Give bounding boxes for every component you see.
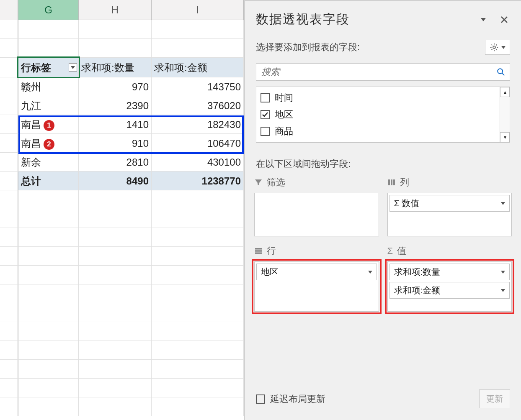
- column-header-h[interactable]: H: [79, 0, 152, 20]
- row-label: 新余: [18, 153, 79, 171]
- field-label: 商品: [275, 125, 293, 138]
- svg-line-2: [502, 73, 505, 76]
- search-input[interactable]: [260, 66, 496, 78]
- checkbox-unchecked[interactable]: [260, 127, 270, 136]
- field-label: 地区: [275, 108, 293, 121]
- checkbox-checked[interactable]: [260, 110, 270, 119]
- qty-header[interactable]: 求和项:数量: [79, 58, 152, 77]
- blank-row[interactable]: [0, 322, 244, 341]
- columns-dropzone[interactable]: Σ 数值: [387, 193, 512, 236]
- svg-rect-5: [393, 179, 395, 185]
- blank-row[interactable]: [0, 20, 244, 39]
- pane-title: 数据透视表字段: [256, 11, 477, 28]
- scroll-down-button[interactable]: ▾: [500, 132, 510, 142]
- row-qty: 910: [79, 134, 152, 152]
- rows-dropzone[interactable]: 地区: [254, 261, 379, 312]
- row-label: 南昌2: [18, 134, 79, 152]
- blank-row[interactable]: [0, 397, 244, 416]
- columns-area-title: 列: [400, 176, 409, 189]
- defer-layout-checkbox[interactable]: 延迟布局更新: [256, 393, 325, 405]
- field-chip-values[interactable]: Σ 数值: [389, 195, 510, 212]
- field-list-scrollbar[interactable]: ▴ ▾: [500, 87, 510, 142]
- checkbox-unchecked[interactable]: [256, 394, 265, 404]
- filters-area-title: 筛选: [267, 176, 285, 189]
- defer-label: 延迟布局更新: [270, 393, 325, 405]
- blank-row[interactable]: [0, 266, 244, 284]
- svg-rect-8: [255, 252, 262, 254]
- column-header-i[interactable]: I: [152, 0, 244, 20]
- field-label: 时间: [275, 92, 293, 104]
- rows-area: 行 地区: [254, 245, 379, 312]
- pane-options-dropdown[interactable]: [477, 14, 489, 26]
- row-amount: 106470: [152, 134, 244, 152]
- field-chip-sumamount[interactable]: 求和项:金额: [389, 282, 510, 299]
- columns-icon: [387, 178, 396, 187]
- chip-label: 求和项:数量: [394, 266, 441, 278]
- field-chip-sumqty[interactable]: 求和项:数量: [389, 264, 510, 280]
- table-row[interactable]: 南昌2 910 106470: [0, 134, 244, 153]
- row-amount: 143750: [152, 77, 244, 96]
- annotation-badge: 1: [44, 120, 54, 131]
- blank-row[interactable]: [0, 284, 244, 303]
- blank-row[interactable]: [0, 39, 244, 58]
- scroll-up-button[interactable]: ▴: [500, 87, 510, 97]
- check-icon: [262, 111, 268, 118]
- amount-header[interactable]: 求和项:金额: [152, 58, 244, 77]
- field-list: 时间 地区 商品 ▴ ▾: [256, 87, 510, 143]
- row-label: 南昌1: [18, 115, 79, 133]
- spreadsheet: G H I 行标签 求和项:数量 求和项:: [0, 0, 244, 420]
- row-labels-filter-button[interactable]: [69, 63, 77, 72]
- total-qty: 8490: [79, 172, 152, 190]
- chevron-down-icon: [481, 18, 486, 21]
- field-chip-region[interactable]: 地区: [256, 264, 377, 280]
- sigma-icon: Σ: [387, 246, 393, 256]
- field-item[interactable]: 时间: [256, 90, 500, 106]
- svg-rect-4: [391, 179, 392, 185]
- column-header-g[interactable]: G: [18, 0, 79, 20]
- row-label: 赣州: [18, 77, 79, 96]
- update-button[interactable]: 更新: [479, 389, 510, 408]
- blank-row[interactable]: [0, 360, 244, 379]
- rows-icon: [254, 247, 263, 255]
- blank-row[interactable]: [0, 190, 244, 209]
- chevron-down-icon: [501, 202, 505, 205]
- blank-row[interactable]: [0, 379, 244, 397]
- checkbox-unchecked[interactable]: [260, 93, 270, 102]
- row-qty: 970: [79, 77, 152, 96]
- blank-row[interactable]: [0, 303, 244, 322]
- rows-area-title: 行: [267, 245, 276, 257]
- values-area: Σ 值 求和项:数量 求和项:金额: [387, 245, 512, 312]
- field-item[interactable]: 商品: [256, 123, 500, 140]
- blank-row[interactable]: [0, 341, 244, 360]
- row-amount: 430100: [152, 153, 244, 171]
- annotation-badge: 2: [44, 139, 54, 150]
- field-search-box[interactable]: [256, 63, 510, 81]
- row-labels-header[interactable]: 行标签: [18, 58, 79, 77]
- blank-row[interactable]: [0, 247, 244, 266]
- drag-areas-label: 在以下区域间拖动字段:: [245, 143, 521, 176]
- table-row[interactable]: 九江 2390 376020: [0, 96, 244, 115]
- row-qty: 2810: [79, 153, 152, 171]
- table-row[interactable]: 南昌1 1410 182430: [0, 115, 244, 134]
- filters-area: 筛选: [254, 176, 379, 236]
- values-area-title: 值: [397, 245, 406, 257]
- row-qty: 1410: [79, 115, 152, 133]
- total-label: 总计: [18, 172, 79, 190]
- field-item[interactable]: 地区: [256, 106, 500, 123]
- row-amount: 376020: [152, 96, 244, 115]
- select-all-corner[interactable]: [0, 0, 18, 20]
- chevron-down-icon: [71, 66, 75, 69]
- layout-options-button[interactable]: [485, 40, 510, 55]
- table-row[interactable]: 新余 2810 430100: [0, 153, 244, 172]
- chevron-down-icon: [501, 289, 505, 292]
- total-row[interactable]: 总计 8490 1238770: [0, 172, 244, 190]
- svg-point-1: [498, 69, 503, 74]
- values-dropzone[interactable]: 求和项:数量 求和项:金额: [387, 261, 512, 312]
- close-button[interactable]: [498, 14, 510, 26]
- table-row[interactable]: 赣州 970 143750: [0, 77, 244, 96]
- svg-rect-6: [255, 248, 262, 250]
- chip-label: Σ 数值: [394, 197, 420, 209]
- blank-row[interactable]: [0, 209, 244, 228]
- blank-row[interactable]: [0, 228, 244, 247]
- filters-dropzone[interactable]: [254, 193, 379, 236]
